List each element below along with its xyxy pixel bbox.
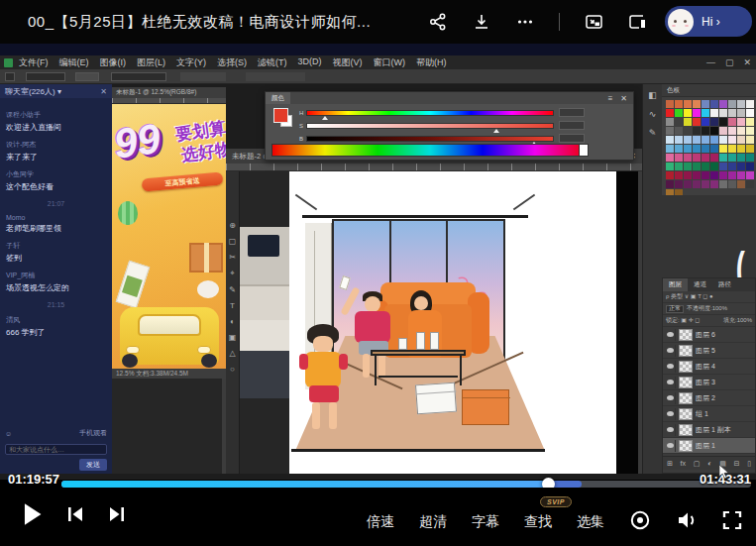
color-swatch[interactable] — [737, 163, 745, 170]
color-swatch[interactable] — [693, 180, 701, 188]
color-swatch[interactable] — [684, 109, 692, 117]
color-swatch[interactable] — [719, 154, 727, 162]
saturation-slider-marker[interactable] — [493, 129, 499, 133]
ps-menu-item[interactable]: 帮助(H) — [416, 56, 447, 69]
layers-tab[interactable]: 通道 — [688, 278, 712, 291]
color-swatch[interactable] — [684, 180, 692, 188]
ps-menu-item[interactable]: 文件(F) — [19, 56, 49, 69]
hue-slider-marker[interactable] — [322, 116, 328, 120]
color-swatch[interactable] — [746, 109, 754, 117]
tool-icon[interactable]: ✂ — [229, 253, 236, 262]
color-swatch[interactable] — [675, 127, 683, 135]
color-swatch[interactable] — [728, 145, 736, 153]
color-swatch[interactable] — [675, 180, 683, 188]
layer-row[interactable]: 图层 5 — [663, 343, 755, 359]
color-swatch[interactable] — [693, 154, 701, 162]
layers-panel-footer[interactable]: ⊞fx▢◐▤⊟▯ — [663, 456, 755, 470]
player-menu-选集[interactable]: 选集 — [577, 513, 604, 531]
panel-menu-icon[interactable]: ≡ — [608, 94, 613, 103]
color-swatch[interactable] — [702, 118, 709, 126]
ps-menu-item[interactable]: 图层(L) — [137, 56, 165, 69]
color-swatch[interactable] — [728, 180, 736, 188]
color-swatch[interactable] — [728, 118, 736, 126]
brightness-slider[interactable] — [306, 136, 554, 142]
layers-tab[interactable]: 路径 — [712, 278, 737, 291]
previous-episode-button[interactable] — [65, 504, 85, 528]
color-swatch[interactable] — [737, 100, 745, 108]
panel-icon-strip[interactable]: ◧∿✎ — [642, 84, 662, 474]
color-swatch[interactable] — [675, 109, 683, 117]
options-buttons[interactable] — [180, 72, 226, 81]
layers-footer-icon[interactable]: ⊞ — [667, 460, 673, 468]
color-swatch[interactable] — [719, 171, 727, 179]
color-swatch[interactable] — [702, 154, 709, 162]
layer-row[interactable]: 组 1 — [663, 406, 755, 422]
color-swatch[interactable] — [684, 154, 692, 162]
color-swatch[interactable] — [710, 145, 718, 153]
color-swatch[interactable] — [719, 145, 727, 153]
panel-strip-icon[interactable]: ∿ — [649, 109, 657, 119]
color-swatch[interactable] — [719, 163, 727, 170]
color-swatch[interactable] — [746, 118, 754, 126]
color-swatch[interactable] — [737, 136, 745, 144]
layer-visibility-eye[interactable] — [666, 329, 676, 341]
layer-thumbnail[interactable] — [679, 408, 693, 420]
layer-visibility-eye[interactable] — [666, 424, 676, 436]
color-swatch[interactable] — [666, 127, 674, 135]
layer-row[interactable]: 图层 6 — [663, 327, 755, 343]
ps-menu-item[interactable]: 3D(D) — [298, 56, 322, 69]
blend-mode-select[interactable]: 正常 — [666, 305, 684, 313]
color-swatch[interactable] — [693, 136, 701, 144]
options-field-2[interactable] — [111, 72, 166, 81]
tool-icon[interactable]: ▢ — [229, 237, 237, 246]
color-swatch[interactable] — [693, 118, 701, 126]
color-swatch[interactable] — [684, 127, 692, 135]
color-swatch[interactable] — [666, 136, 674, 144]
color-swatch[interactable] — [702, 163, 709, 170]
color-swatch[interactable] — [693, 109, 701, 117]
panel-strip-icon[interactable]: ◧ — [648, 90, 657, 100]
layer-thumbnail[interactable] — [679, 345, 693, 357]
progress-bar[interactable] — [61, 481, 751, 488]
layers-footer-icon[interactable]: fx — [681, 460, 686, 467]
layer-visibility-eye[interactable] — [666, 408, 676, 420]
color-swatch[interactable] — [719, 127, 727, 135]
layer-row[interactable]: 图层 1 副本 — [663, 422, 755, 438]
color-swatch[interactable] — [746, 145, 754, 153]
ps-menu-item[interactable]: 选择(S) — [217, 56, 247, 69]
layer-row[interactable]: 图层 2 — [663, 390, 755, 406]
color-swatch[interactable] — [710, 154, 718, 162]
layer-thumbnail[interactable] — [679, 392, 693, 404]
fill-label[interactable]: 填充:100% — [723, 316, 752, 325]
color-swatch[interactable] — [693, 171, 701, 179]
color-swatch[interactable] — [746, 136, 754, 144]
color-swatch[interactable] — [728, 171, 736, 179]
color-swatch[interactable] — [728, 127, 736, 135]
color-swatch[interactable] — [684, 145, 692, 153]
hue-slider[interactable] — [306, 110, 554, 116]
color-swatch[interactable] — [693, 127, 701, 135]
layer-row[interactable]: 图层 4 — [663, 359, 755, 375]
color-swatch[interactable] — [746, 100, 754, 108]
color-swatch[interactable] — [710, 180, 718, 188]
color-swatch[interactable] — [666, 171, 674, 179]
color-panel-tab[interactable]: 颜色 — [266, 92, 290, 104]
color-swatch[interactable] — [737, 127, 745, 135]
play-button[interactable] — [20, 501, 44, 531]
color-swatch[interactable] — [728, 154, 736, 162]
chat-input[interactable] — [5, 444, 107, 455]
saturation-value-field[interactable] — [559, 121, 585, 130]
layer-visibility-eye[interactable] — [666, 392, 676, 404]
color-swatch[interactable] — [728, 109, 736, 117]
tool-icon[interactable]: T — [230, 301, 235, 310]
layers-footer-icon[interactable]: ◐ — [707, 460, 711, 467]
fullscreen-icon[interactable] — [722, 510, 742, 534]
options-field[interactable] — [75, 72, 99, 81]
color-swatch[interactable] — [684, 171, 692, 179]
color-swatch[interactable] — [719, 118, 727, 126]
color-swatch[interactable] — [719, 109, 727, 117]
hue-value-field[interactable] — [559, 108, 585, 117]
layers-filter-row[interactable]: ρ 类型 ∨ ▣ T ◻ ● — [663, 291, 755, 303]
color-swatch[interactable] — [666, 154, 674, 162]
color-swatch[interactable] — [737, 145, 745, 153]
